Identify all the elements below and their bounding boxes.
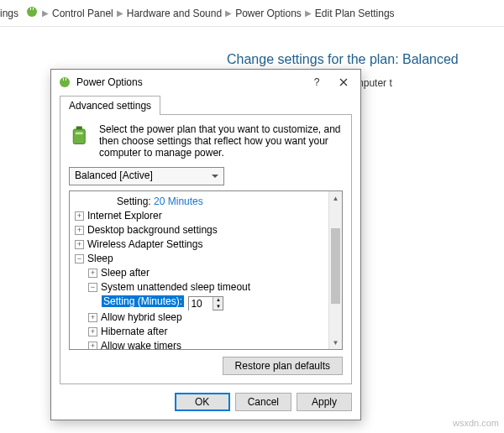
titlebar[interactable]: Power Options ? bbox=[51, 70, 360, 95]
help-button[interactable]: ? bbox=[303, 73, 330, 91]
setting-value-link[interactable]: 20 Minutes bbox=[154, 196, 203, 207]
tab-content: Select the power plan that you want to c… bbox=[60, 114, 352, 384]
expand-icon[interactable]: + bbox=[75, 240, 84, 249]
setting-label: Setting: bbox=[117, 196, 151, 207]
tree-node-sleep-after[interactable]: Sleep after bbox=[101, 267, 150, 279]
svg-rect-5 bbox=[66, 78, 66, 81]
button-label: Apply bbox=[312, 396, 337, 408]
setting-minutes-label[interactable]: Setting (Minutes): bbox=[102, 295, 184, 307]
expand-icon[interactable]: + bbox=[75, 211, 84, 221]
breadcrumb[interactable]: ings ▶ Control Panel ▶ Hardware and Soun… bbox=[0, 0, 504, 27]
svg-rect-8 bbox=[76, 133, 83, 135]
ok-button[interactable]: OK bbox=[175, 393, 230, 411]
tab-advanced-settings[interactable]: Advanced settings bbox=[60, 96, 160, 115]
settings-tree: Setting: 20 Minutes +Internet Explorer +… bbox=[69, 190, 343, 350]
setting-minutes-input[interactable] bbox=[189, 298, 213, 310]
breadcrumb-item[interactable]: Edit Plan Settings bbox=[315, 8, 395, 19]
tree-node-wake-timers[interactable]: Allow wake timers bbox=[101, 340, 181, 350]
chevron-right-icon: ▶ bbox=[40, 8, 50, 18]
breadcrumb-prefix: ings bbox=[0, 8, 18, 19]
svg-rect-7 bbox=[76, 127, 82, 130]
expand-icon[interactable]: + bbox=[75, 226, 84, 235]
power-options-dialog: Power Options ? Advanced settings Select… bbox=[50, 69, 361, 420]
spinner-up-icon[interactable]: ▲ bbox=[213, 297, 223, 304]
tab-row: Advanced settings bbox=[51, 95, 360, 114]
battery-icon bbox=[69, 123, 92, 159]
restore-defaults-button[interactable]: Restore plan defaults bbox=[223, 357, 343, 375]
page-title: Change settings for the plan: Balanced bbox=[227, 52, 487, 67]
svg-rect-1 bbox=[30, 8, 31, 10]
dialog-intro-text: Select the power plan that you want to c… bbox=[99, 123, 343, 159]
tree-scrollbar[interactable]: ▲ ▼ bbox=[328, 191, 342, 349]
svg-rect-4 bbox=[63, 78, 64, 81]
breadcrumb-item[interactable]: Hardware and Sound bbox=[127, 8, 222, 19]
scroll-thumb[interactable] bbox=[331, 228, 340, 304]
power-plan-select[interactable]: Balanced [Active] bbox=[69, 167, 224, 185]
dialog-title: Power Options bbox=[76, 76, 303, 88]
collapse-icon[interactable]: − bbox=[88, 283, 97, 292]
tree-node-sleep[interactable]: Sleep bbox=[87, 253, 113, 264]
chevron-right-icon: ▶ bbox=[115, 8, 125, 18]
cancel-button[interactable]: Cancel bbox=[235, 393, 291, 411]
chevron-right-icon: ▶ bbox=[303, 8, 313, 18]
breadcrumb-item[interactable]: Power Options bbox=[235, 8, 302, 19]
tree-node-hibernate-after[interactable]: Hibernate after bbox=[101, 326, 167, 337]
button-label: Restore plan defaults bbox=[235, 360, 330, 372]
dialog-button-row: OK Cancel Apply bbox=[51, 393, 360, 420]
setting-minutes-spinner[interactable]: ▲ ▼ bbox=[188, 296, 223, 310]
close-button[interactable] bbox=[330, 73, 357, 91]
tree-node-hybrid-sleep[interactable]: Allow hybrid sleep bbox=[101, 311, 182, 323]
svg-rect-6 bbox=[73, 129, 85, 144]
apply-button[interactable]: Apply bbox=[297, 393, 352, 411]
watermark: wsxdn.com bbox=[453, 418, 499, 428]
svg-point-3 bbox=[60, 77, 70, 87]
tree-node-desktop-background[interactable]: Desktop background settings bbox=[87, 224, 218, 236]
svg-rect-2 bbox=[33, 8, 34, 10]
button-label: Cancel bbox=[248, 396, 279, 408]
power-plug-icon bbox=[25, 5, 39, 21]
expand-icon[interactable]: + bbox=[88, 342, 97, 350]
button-label: OK bbox=[195, 396, 209, 408]
power-options-icon bbox=[58, 76, 71, 89]
chevron-right-icon: ▶ bbox=[223, 8, 234, 18]
svg-point-0 bbox=[27, 7, 37, 17]
tree-node-unattended-sleep[interactable]: System unattended sleep timeout bbox=[101, 281, 250, 293]
breadcrumb-item[interactable]: Control Panel bbox=[52, 8, 113, 19]
expand-icon[interactable]: + bbox=[88, 269, 97, 278]
spinner-down-icon[interactable]: ▼ bbox=[213, 304, 223, 310]
collapse-icon[interactable]: − bbox=[75, 254, 84, 263]
scroll-down-icon[interactable]: ▼ bbox=[329, 336, 342, 349]
select-value: Balanced [Active] bbox=[75, 170, 153, 181]
expand-icon[interactable]: + bbox=[88, 327, 97, 336]
expand-icon[interactable]: + bbox=[88, 313, 97, 322]
tree-node-internet-explorer[interactable]: Internet Explorer bbox=[87, 210, 162, 222]
scroll-up-icon[interactable]: ▲ bbox=[329, 191, 342, 205]
tab-label: Advanced settings bbox=[69, 100, 151, 112]
tree-node-wireless-adapter[interactable]: Wireless Adapter Settings bbox=[87, 238, 202, 250]
close-icon bbox=[339, 78, 348, 86]
